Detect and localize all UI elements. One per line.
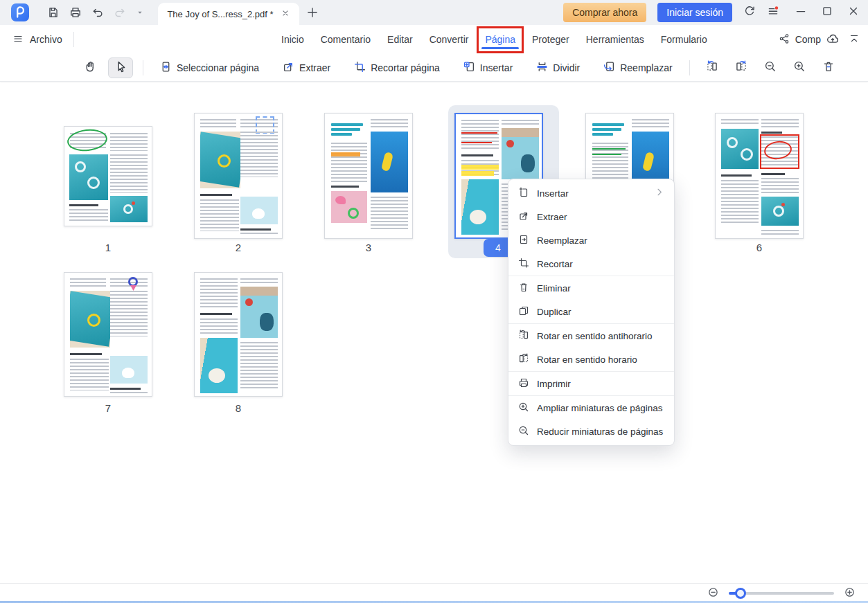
toolbar-button-recortar-pagina[interactable]: Recortar página [347,57,447,78]
buy-now-button[interactable]: Comprar ahora [563,3,646,22]
hand-icon [84,60,96,75]
delete-page-button[interactable] [816,57,841,78]
menu-tab-inicio[interactable]: Inicio [281,25,304,54]
menu-tab-convertir[interactable]: Convertir [429,25,469,54]
select-tool-button[interactable] [108,57,133,78]
replace-icon [603,61,615,75]
context-menu-item-label: Duplicar [537,307,664,317]
m-rot-ccw-icon [518,330,529,343]
zoom-out-thumbnails-button[interactable] [758,57,783,78]
undo-icon[interactable] [91,6,104,19]
page-toolbar: Seleccionar páginaExtraerRecortar página… [0,54,868,82]
page-thumbnail-7[interactable] [64,272,152,397]
context-menu-item-ampliar-miniaturas-de-paginas[interactable]: Ampliar miniaturas de páginas [508,396,674,420]
toolbar-button-extraer[interactable]: Extraer [276,57,337,78]
maximize-button[interactable] [821,5,833,20]
file-menu[interactable]: Archivo [0,33,62,46]
toolbar-button-insertar[interactable]: Insertar [457,57,520,78]
context-menu-item-recortar[interactable]: Recortar [508,252,674,276]
zoom-in-icon [793,60,806,75]
minimize-button[interactable] [795,5,807,20]
trash-b-icon [822,60,835,75]
toolbar-button-reemplazar[interactable]: Reemplazar [596,57,679,78]
context-menu-item-label: Rotar en sentido horario [537,354,664,365]
m-extract-icon [518,210,529,224]
context-menu-item-label: Ampliar miniaturas de páginas [537,403,664,413]
toolbar-button-label: Dividir [553,62,580,73]
sync-icon[interactable] [743,5,756,20]
hamburger-icon [12,33,24,46]
menu-bar: Archivo InicioComentarioEditarConvertirP… [0,25,868,54]
toolbar-button-label: Insertar [480,62,513,73]
yellow-highlight-annotation [461,165,499,170]
context-menu-item-label: Imprimir [537,379,664,389]
menu-tab-proteger[interactable]: Proteger [532,25,569,54]
tab-close-icon[interactable] [281,8,290,20]
toolbar-divider [143,60,143,75]
slider-knob[interactable] [735,588,746,599]
share-label[interactable]: Comp [795,34,821,45]
page-number-label: 2 [194,241,283,255]
share-icon[interactable] [779,33,790,46]
save-icon[interactable] [47,6,60,19]
m-trash-icon [518,282,529,295]
toolbar-button-seleccionar-pagina[interactable]: Seleccionar página [153,57,266,78]
hand-tool-button[interactable] [78,57,103,78]
zoom-in-icon[interactable] [844,586,856,601]
m-crop-icon [518,258,529,271]
context-menu-item-eliminar[interactable]: Eliminar [508,276,674,300]
context-menu-item-extraer[interactable]: Extraer [508,205,674,228]
rotate-counterclockwise-button[interactable] [700,57,725,78]
page-number-label: 8 [194,402,283,415]
menu-tab-label: Proteger [532,34,569,45]
menu-tab-comentario[interactable]: Comentario [321,25,371,54]
m-print-icon [518,377,529,390]
red-underline-annotation [461,132,497,134]
context-menu-item-reemplazar[interactable]: Reemplazar [508,228,674,252]
history-caret-icon[interactable] [136,8,144,17]
rot-cw-icon [735,60,747,75]
document-tab[interactable]: The Joy of S...ress_2.pdf * [158,3,299,25]
toolbar-button-dividir[interactable]: Dividir [529,57,587,78]
page-thumbnail-8[interactable] [194,272,283,397]
page-thumbnail-2[interactable] [194,113,283,239]
menu-tab-pagina[interactable]: Página [485,25,515,54]
notifications-menu-icon[interactable] [767,5,779,20]
menu-tab-label: Editar [387,34,413,45]
menu-tab-label: Inicio [281,34,304,45]
redo-icon[interactable] [114,6,126,19]
new-tab-button[interactable] [306,6,319,19]
print-icon[interactable] [69,6,82,19]
page-thumbnail-3[interactable] [324,113,413,239]
page-thumbnail-6[interactable] [715,113,804,239]
chevron-right-icon [654,187,664,199]
menu-tab-editar[interactable]: Editar [387,25,413,54]
thumbnail-zoom-slider[interactable] [729,592,834,595]
close-window-button[interactable] [847,5,860,20]
login-button[interactable]: Iniciar sesión [657,3,732,22]
thumbnail-grid: 1 2 3 4 5 [0,0,868,603]
app-logo-icon [11,3,29,21]
ribbon-stamp-annotation [128,277,138,287]
page-number-label: 3 [324,241,413,255]
zoom-in-thumbnails-button[interactable] [787,57,812,78]
context-menu-item-duplicar[interactable]: Duplicar [508,300,674,323]
cloud-upload-icon[interactable] [826,33,839,47]
collapse-toolbar-icon[interactable] [849,33,860,46]
annotation-red-box [477,26,524,53]
crop-icon [354,61,366,75]
zoom-out-icon[interactable] [707,586,719,601]
context-menu-item-insertar[interactable]: Insertar [508,181,674,205]
page-thumbnail-1[interactable] [64,126,152,226]
context-menu-item-imprimir[interactable]: Imprimir [508,372,674,395]
menu-tab-herramientas[interactable]: Herramientas [586,25,644,54]
context-menu-item-rotar-en-sentido-antihorario[interactable]: Rotar en sentido antihorario [508,324,674,348]
rotate-clockwise-button[interactable] [729,57,754,78]
m-replace-icon [518,234,529,247]
menu-tab-label: Convertir [429,34,469,45]
context-menu-item-reducir-miniaturas-de-paginas[interactable]: Reducir miniaturas de páginas [508,420,674,443]
menu-tab-label: Formulario [661,34,707,45]
menu-tab-formulario[interactable]: Formulario [661,25,707,54]
ribbon-tabs: InicioComentarioEditarConvertirPáginaPro… [281,25,707,54]
context-menu-item-rotar-en-sentido-horario[interactable]: Rotar en sentido horario [508,348,674,371]
